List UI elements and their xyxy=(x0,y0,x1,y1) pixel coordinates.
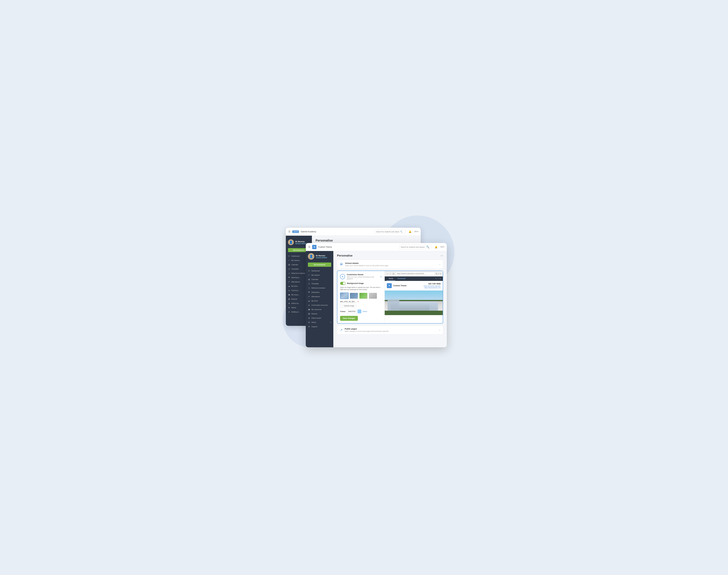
front-nav-mydrive[interactable]: ☁My drive xyxy=(306,299,333,303)
front-nav-community[interactable]: ◎Community resources xyxy=(306,303,333,307)
front-public-pages-title: Public pages xyxy=(345,328,389,330)
front-nav-timetable[interactable]: ◷Timetable xyxy=(306,281,333,286)
front-nav-dashboard[interactable]: ⊙Dashboard xyxy=(306,269,333,273)
front-theme-icon: ⊕ xyxy=(340,274,345,279)
browser-forward-btn[interactable]: › xyxy=(389,272,391,275)
front-search-box[interactable]: 🔍 xyxy=(399,245,432,249)
front-thumbnail-row xyxy=(340,293,382,299)
front-colour-row: Colour Reset xyxy=(340,309,382,313)
preview-view-hw-link[interactable]: View homework calendar xyxy=(424,285,441,287)
back-search-input[interactable] xyxy=(376,231,399,233)
front-colour-input-group[interactable] xyxy=(347,309,361,313)
front-upload-btn[interactable]: ↑ Upload image xyxy=(340,304,356,308)
front-toggle-row: Background image xyxy=(340,282,382,285)
front-nav-support[interactable]: ⊗Support xyxy=(306,325,333,329)
preview-website-link[interactable]: https://teamsatchel.com xyxy=(424,287,441,289)
browser-back-btn[interactable]: ‹ xyxy=(387,272,388,275)
front-public-pages-text: Public pages Make changes to your home p… xyxy=(345,328,389,332)
front-account-link[interactable]: Account settings xyxy=(316,257,327,258)
front-school-details-card[interactable]: 🏛 School details Enter your school detai… xyxy=(337,260,443,269)
back-school-name: Satchel Academy xyxy=(301,231,373,233)
preview-school-logo: ✕ xyxy=(387,283,392,288)
admin-arrow-icon: ∨ xyxy=(330,322,331,323)
front-customise-subtitle: Add your own school branding to the plat… xyxy=(347,276,378,280)
front-lang[interactable]: EN ▾ xyxy=(441,246,444,248)
front-toggle[interactable] xyxy=(340,282,345,285)
social-linkedin-icon[interactable]: in xyxy=(440,278,441,280)
front-user-info: Mr Manister Account settings xyxy=(316,255,327,258)
front-user-name: Mr Manister xyxy=(316,255,327,257)
front-public-pages-subtitle: Make changes to your home page and homew… xyxy=(345,330,389,332)
front-body: 👤 Mr Manister Account settings Set homew… xyxy=(306,251,447,347)
front-sidebar: 👤 Mr Manister Account settings Set homew… xyxy=(306,251,333,347)
preview-tab-homework[interactable]: Homework xyxy=(395,276,408,281)
browser-new-tab-icon[interactable]: + xyxy=(438,273,439,275)
preview-school-header: ✕ Custom Theme 020 7197 9550 View homewo… xyxy=(385,281,443,291)
front-customise-header: ⊕ Customise theme Add your own school br… xyxy=(340,273,382,280)
front-search-input[interactable] xyxy=(401,246,425,248)
front-thumb-4[interactable] xyxy=(369,293,377,299)
front-preview-nav: Home Homework 𝕏 f in xyxy=(385,276,443,281)
minimize-icon[interactable]: — xyxy=(441,255,443,257)
front-nav-calendar[interactable]: ▤Calendar xyxy=(306,277,333,281)
front-customise-text: Customise theme Add your own school bran… xyxy=(347,273,378,280)
upload-icon: ↑ xyxy=(342,305,343,307)
front-preview-panel: ‹ › ⊡ https://satchel.satchelone.com/sch… xyxy=(385,271,443,323)
front-nav-referred[interactable]: ⚠Referred incidents xyxy=(306,286,333,290)
browser-share-icon[interactable]: ⎗ xyxy=(436,273,437,275)
back-lang[interactable]: EN ▾ xyxy=(414,231,418,233)
front-customise-left: ⊕ Customise theme Add your own school br… xyxy=(337,271,385,323)
preview-phone: 020 7197 9550 xyxy=(424,283,441,285)
front-main: Personalise — 🏛 School details Enter you… xyxy=(333,251,447,347)
front-file-delete[interactable]: ✕ xyxy=(357,301,359,303)
front-colour-swatch[interactable] xyxy=(358,310,361,313)
front-nav-attendance[interactable]: ✔Attendance xyxy=(306,294,333,299)
front-bg-image-desc: Select an image below or upload your own… xyxy=(340,286,382,291)
front-colour-hex-input[interactable] xyxy=(347,310,358,313)
front-bg-image-label: Background image xyxy=(347,282,364,284)
front-customise-chevron-up[interactable]: ∧ xyxy=(380,275,382,278)
browser-external-icon[interactable]: ⎋ xyxy=(440,273,441,275)
hamburger-icon[interactable]: ☰ xyxy=(288,230,290,233)
social-twitter-icon[interactable]: 𝕏 xyxy=(435,278,437,280)
preview-school-info: Custom Theme xyxy=(393,284,407,287)
back-search-icon: 🔍 xyxy=(400,231,402,233)
browser-refresh-btn[interactable]: ⊡ xyxy=(392,272,395,275)
preview-tab-home[interactable]: Home xyxy=(387,276,395,281)
social-facebook-icon[interactable]: f xyxy=(438,278,438,280)
front-customise-expanded: ⊕ Customise theme Add your own school br… xyxy=(337,271,443,324)
front-main-inner: Personalise — 🏛 School details Enter you… xyxy=(333,251,447,339)
front-page-title: Personalise — xyxy=(337,254,443,257)
front-top-bar: ☰ ✕ Custom Theme 🔍 🔔 EN ▾ xyxy=(306,243,447,251)
front-thumb-3[interactable] xyxy=(359,293,368,299)
front-logo: ✕ xyxy=(312,245,317,249)
front-reset-link[interactable]: Reset xyxy=(363,310,367,312)
front-window: ☰ ✕ Custom Theme 🔍 🔔 EN ▾ 👤 Mr Manister xyxy=(306,243,447,347)
back-bell-icon[interactable]: 🔔 xyxy=(409,230,411,233)
front-public-pages-card[interactable]: ↗ Public pages Make changes to your home… xyxy=(337,326,443,334)
front-nav-reports[interactable]: ▨Reports xyxy=(306,312,333,316)
front-hamburger-icon[interactable]: ☰ xyxy=(308,245,311,248)
front-set-homework-btn[interactable]: Set homework xyxy=(308,263,331,267)
back-page-title: Personalise xyxy=(316,239,417,242)
front-nav-myclasses[interactable]: ✓My classes xyxy=(306,273,333,277)
back-top-bar: ☰ satchel Satchel Academy 🔍 🔔 EN ▾ xyxy=(286,228,421,236)
front-nav-myresources[interactable]: ▣My resources xyxy=(306,307,333,312)
back-search-box[interactable]: 🔍 xyxy=(375,230,405,233)
front-nav-admin[interactable]: ⊕Admin∨ xyxy=(306,320,333,325)
front-bell-icon[interactable]: 🔔 xyxy=(435,246,438,248)
front-nav-noticeboard[interactable]: ◈Notice board xyxy=(306,316,333,320)
front-thumb-1[interactable] xyxy=(340,293,349,299)
front-file-name: IMG_6761_60_Wor... xyxy=(340,301,356,303)
preview-hero xyxy=(385,291,443,315)
front-school-details-text: School details Enter your school details… xyxy=(345,262,388,267)
front-nav-detentions[interactable]: ⚑Detentions xyxy=(306,290,333,294)
back-logo-badge: satchel xyxy=(292,231,299,233)
browser-url-bar[interactable]: https://satchel.satchelone.com/school/h.… xyxy=(396,272,435,275)
preview-school-name: Custom Theme xyxy=(393,284,407,287)
front-save-btn[interactable]: Save changes xyxy=(340,316,358,321)
preview-social-icons: 𝕏 f in xyxy=(435,278,441,280)
back-account-link[interactable]: Account settings xyxy=(295,242,306,244)
front-avatar: 👤 xyxy=(308,253,314,260)
front-thumb-2[interactable] xyxy=(350,293,358,299)
